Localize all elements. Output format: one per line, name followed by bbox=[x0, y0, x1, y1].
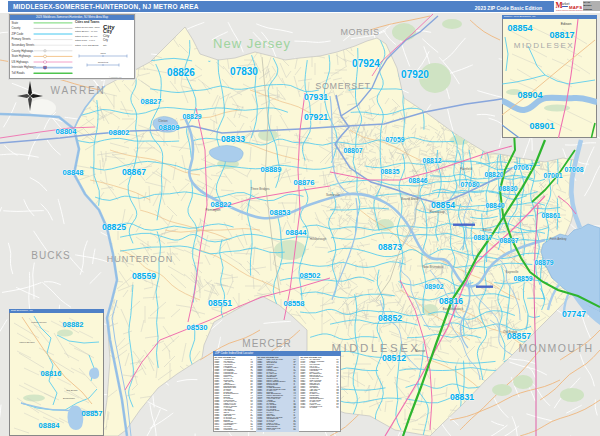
svg-text:© MarketMAPS: © MarketMAPS bbox=[109, 76, 122, 78]
svg-text:08884: 08884 bbox=[39, 421, 61, 430]
svg-text:HUNTERDON: HUNTERDON bbox=[107, 254, 174, 264]
svg-text:08861: 08861 bbox=[542, 212, 561, 219]
svg-text:08844: 08844 bbox=[285, 228, 307, 237]
svg-text:08902: 08902 bbox=[425, 283, 444, 290]
svg-text:Piscataway: Piscataway bbox=[429, 210, 445, 214]
svg-text:WARREN: WARREN bbox=[51, 85, 106, 96]
svg-text:08830: 08830 bbox=[499, 185, 518, 192]
svg-text:08802: 08802 bbox=[108, 128, 129, 137]
svg-text:Cities and Towns: Cities and Towns bbox=[75, 20, 100, 24]
svg-text:08558: 08558 bbox=[283, 299, 304, 308]
svg-text:07080: 07080 bbox=[461, 181, 480, 188]
svg-text:FAR HILLS: FAR HILLS bbox=[267, 428, 276, 430]
svg-text:Hillsborough: Hillsborough bbox=[310, 237, 327, 241]
svg-text:07059: 07059 bbox=[386, 136, 405, 143]
svg-text:US Highways: US Highways bbox=[12, 60, 29, 64]
svg-text:08857: 08857 bbox=[82, 409, 103, 418]
svg-text:08829: 08829 bbox=[183, 113, 202, 120]
svg-text:kilometers: kilometers bbox=[98, 61, 109, 63]
svg-text:08879: 08879 bbox=[535, 259, 554, 266]
svg-text:07931: 07931 bbox=[304, 92, 328, 102]
svg-text:Cities 10,000 - 24,999: Cities 10,000 - 24,999 bbox=[75, 35, 98, 38]
svg-text:08854: 08854 bbox=[431, 200, 455, 210]
svg-text:Cities 50,000 and Above: Cities 50,000 and Above bbox=[75, 26, 101, 29]
svg-text:08837: 08837 bbox=[500, 237, 519, 244]
svg-text:08559: 08559 bbox=[132, 271, 156, 281]
svg-text:08809: 08809 bbox=[158, 123, 179, 132]
svg-text:City: City bbox=[103, 38, 108, 42]
svg-text:08882: 08882 bbox=[63, 320, 84, 329]
svg-text:07059: 07059 bbox=[301, 406, 306, 408]
svg-text:08820: 08820 bbox=[485, 171, 504, 178]
svg-text:Sayreville: Sayreville bbox=[505, 270, 518, 274]
svg-text:07067: 07067 bbox=[514, 164, 533, 171]
svg-text:07924: 07924 bbox=[352, 58, 380, 69]
svg-text:Perth Amboy: Perth Amboy bbox=[549, 237, 567, 241]
svg-text:08852: 08852 bbox=[378, 313, 402, 323]
svg-text:County Highways: County Highways bbox=[12, 49, 34, 53]
svg-text:Old Bridge: Old Bridge bbox=[66, 389, 78, 392]
svg-text:07747: 07747 bbox=[562, 309, 586, 319]
svg-text:07830: 07830 bbox=[230, 66, 258, 77]
svg-text:08530: 08530 bbox=[186, 323, 207, 332]
svg-text:Edison: Edison bbox=[561, 22, 572, 26]
svg-text:MIDDLESEX: MIDDLESEX bbox=[332, 342, 421, 354]
svg-text:08889: 08889 bbox=[260, 165, 281, 174]
svg-text:07931: 07931 bbox=[258, 428, 263, 430]
svg-text:Bound Brook: Bound Brook bbox=[401, 197, 419, 201]
svg-text:F5: F5 bbox=[337, 406, 339, 408]
svg-text:Cities 25,000 - 49,999: Cities 25,000 - 49,999 bbox=[75, 30, 98, 33]
svg-text:08551: 08551 bbox=[208, 298, 232, 308]
svg-text:08812: 08812 bbox=[423, 157, 442, 164]
svg-text:SOMERSET: SOMERSET bbox=[315, 81, 370, 91]
svg-text:Secondary Streets: Secondary Streets bbox=[12, 43, 36, 47]
svg-text:08853: 08853 bbox=[269, 208, 290, 217]
svg-text:Flemington: Flemington bbox=[206, 208, 221, 212]
svg-text:East Brunswick: East Brunswick bbox=[443, 307, 464, 311]
svg-text:08831: 08831 bbox=[450, 392, 474, 402]
svg-text:Cities 4,999 and Below: Cities 4,999 and Below bbox=[75, 44, 99, 47]
svg-text:08826: 08826 bbox=[167, 67, 195, 78]
svg-text:Edison: Edison bbox=[482, 228, 492, 232]
svg-text:08825: 08825 bbox=[102, 222, 126, 232]
svg-text:County: County bbox=[12, 26, 21, 30]
svg-text:MIDDLESEX: MIDDLESEX bbox=[514, 41, 575, 50]
svg-text:08873: 08873 bbox=[378, 242, 402, 252]
svg-text:MERCER: MERCER bbox=[242, 338, 291, 349]
svg-text:08807: 08807 bbox=[344, 147, 363, 154]
svg-text:ZIP Code: ZIP Code bbox=[12, 32, 24, 36]
svg-text:Monroe: Monroe bbox=[415, 349, 426, 353]
svg-text:08859: 08859 bbox=[514, 275, 533, 282]
svg-text:E5: E5 bbox=[294, 428, 296, 430]
svg-text:State: State bbox=[12, 21, 19, 25]
svg-text:MONMOUTH JCT: MONMOUTH JCT bbox=[224, 428, 238, 430]
svg-text:Plainfield: Plainfield bbox=[460, 167, 473, 171]
svg-text:New Jersey: New Jersey bbox=[213, 36, 291, 51]
svg-text:08852: 08852 bbox=[215, 428, 220, 430]
svg-text:08854: 08854 bbox=[507, 23, 532, 33]
svg-text:Interstate Highways: Interstate Highways bbox=[12, 65, 37, 69]
svg-text:08904: 08904 bbox=[517, 90, 542, 100]
svg-text:08867: 08867 bbox=[122, 167, 146, 177]
svg-text:07001: 07001 bbox=[544, 172, 563, 179]
svg-text:Primary Streets: Primary Streets bbox=[12, 37, 32, 41]
svg-text:WARREN: WARREN bbox=[310, 406, 318, 408]
svg-text:Cities 5,000 - 9,999: Cities 5,000 - 9,999 bbox=[75, 39, 96, 42]
svg-text:City: City bbox=[103, 44, 108, 46]
svg-text:Patrick Corner: Patrick Corner bbox=[31, 321, 46, 324]
svg-text:BUCKS: BUCKS bbox=[31, 250, 70, 261]
svg-text:08840: 08840 bbox=[486, 202, 505, 209]
svg-text:08848: 08848 bbox=[62, 168, 83, 177]
svg-text:08835: 08835 bbox=[381, 168, 400, 175]
svg-text:08817: 08817 bbox=[549, 30, 574, 40]
svg-text:MORRIS: MORRIS bbox=[341, 27, 380, 37]
svg-text:James Bergen: James Bergen bbox=[19, 341, 35, 344]
svg-text:08846: 08846 bbox=[409, 177, 428, 184]
svg-text:08827: 08827 bbox=[140, 97, 161, 106]
svg-text:State Highways: State Highways bbox=[12, 54, 32, 58]
svg-text:08502: 08502 bbox=[299, 271, 320, 280]
svg-text:07921: 07921 bbox=[304, 112, 328, 122]
svg-text:08512: 08512 bbox=[382, 353, 406, 363]
svg-text:08816: 08816 bbox=[439, 296, 463, 306]
svg-text:08817: 08817 bbox=[474, 234, 493, 241]
